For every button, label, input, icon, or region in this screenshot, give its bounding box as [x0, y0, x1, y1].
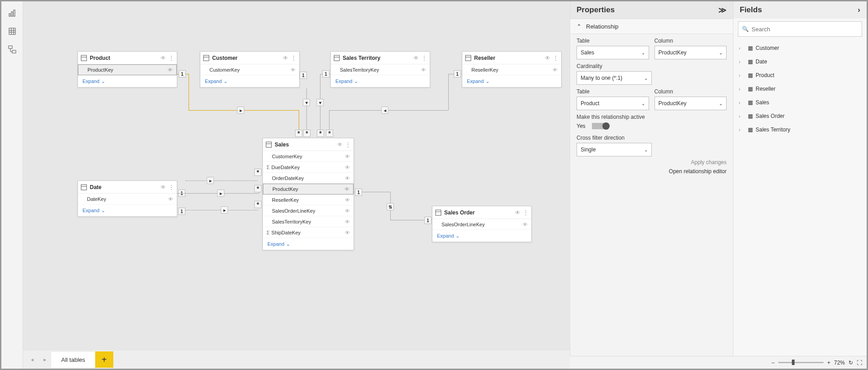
visibility-icon[interactable]: 👁 — [160, 184, 166, 190]
tab-next-button[interactable]: ▸ — [39, 353, 51, 366]
table-card-customer[interactable]: Customer 👁 ⋮ CustomerKey👁 Expand⌄ — [200, 51, 300, 88]
relationship-line[interactable] — [299, 110, 299, 131]
expand-button[interactable]: Expand⌄ — [432, 230, 531, 242]
select-table2[interactable]: Product⌄ — [577, 97, 649, 110]
tab-prev-button[interactable]: ◂ — [26, 353, 39, 366]
hidden-icon[interactable]: 👁 — [553, 67, 558, 73]
field-row[interactable]: DateKey👁 — [78, 194, 177, 204]
fit-page-icon[interactable]: ⛶ — [857, 360, 862, 366]
relationship-line[interactable] — [329, 110, 330, 131]
field-table-reseller[interactable]: ›▦Reseller — [736, 82, 864, 96]
table-card-product[interactable]: Product 👁 ⋮ ProductKey👁 Expand⌄ — [78, 51, 177, 88]
field-row[interactable]: OrderDateKey👁 — [263, 173, 354, 184]
hidden-icon[interactable]: 👁 — [344, 186, 349, 192]
visibility-icon[interactable]: 👁 — [413, 55, 419, 61]
view-data-icon[interactable] — [4, 23, 20, 39]
hidden-icon[interactable]: 👁 — [421, 67, 426, 73]
field-row[interactable]: SalesOrderLineKey👁 — [432, 219, 531, 230]
field-table-territory[interactable]: ›▦Sales Territory — [736, 123, 864, 136]
view-report-icon[interactable] — [4, 5, 20, 21]
apply-changes-link[interactable]: Apply changes — [577, 159, 727, 166]
filter-direction-icon: ◂ — [381, 107, 388, 114]
table-card-salesorder[interactable]: Sales Order 👁 ⋮ SalesOrderLineKey👁 Expan… — [432, 206, 532, 242]
hidden-icon[interactable]: 👁 — [291, 67, 296, 73]
table-card-date[interactable]: Date 👁 ⋮ DateKey👁 Expand⌄ — [78, 180, 177, 217]
visibility-icon[interactable]: 👁 — [515, 209, 520, 216]
visibility-icon[interactable]: 👁 — [337, 141, 343, 148]
expand-button[interactable]: Expand⌄ — [331, 75, 430, 87]
toggle-active[interactable] — [592, 123, 608, 129]
field-row[interactable]: SalesOrderLineKey👁 — [263, 205, 354, 216]
more-icon[interactable]: ⋮ — [291, 55, 296, 61]
field-row[interactable]: CustomerKey👁 — [200, 64, 299, 75]
select-column2[interactable]: ProductKey⌄ — [655, 97, 727, 110]
table-card-sales[interactable]: Sales 👁 ⋮ CustomerKey👁 ΣDueDateKey👁 Orde… — [262, 138, 354, 250]
expand-button[interactable]: Expand⌄ — [78, 75, 177, 87]
field-table-sales[interactable]: ›▦Sales — [736, 96, 864, 109]
hidden-icon[interactable]: 👁 — [345, 175, 350, 181]
zoom-in-button[interactable]: + — [827, 360, 830, 366]
relationship-line-inactive[interactable] — [185, 180, 258, 181]
filter-direction-icon: ▸ — [217, 190, 224, 197]
hidden-icon[interactable]: 👁 — [345, 165, 350, 170]
expand-button[interactable]: Expand⌄ — [78, 204, 177, 216]
zoom-slider[interactable] — [778, 362, 824, 363]
more-icon[interactable]: ⋮ — [553, 55, 558, 61]
add-tab-button[interactable]: + — [95, 351, 113, 368]
reset-zoom-icon[interactable]: ↻ — [849, 360, 853, 366]
relationship-line[interactable] — [448, 74, 449, 110]
expand-button[interactable]: Expand⌄ — [200, 75, 299, 87]
relationship-line[interactable] — [329, 110, 448, 111]
visibility-icon[interactable]: 👁 — [283, 55, 288, 61]
field-row[interactable]: CustomerKey👁 — [263, 151, 354, 162]
field-row[interactable]: ΣDueDateKey👁 — [263, 162, 354, 173]
field-row[interactable]: SalesTerritoryKey👁 — [263, 216, 354, 227]
field-table-date[interactable]: ›▦Date — [736, 55, 864, 68]
hidden-icon[interactable]: 👁 — [345, 154, 350, 159]
hidden-icon[interactable]: 👁 — [523, 222, 528, 227]
relationship-line[interactable] — [189, 74, 189, 110]
more-icon[interactable]: ⋮ — [169, 184, 174, 190]
collapse-pane-icon[interactable]: ≫ — [718, 5, 727, 15]
field-row[interactable]: ProductKey👁 — [263, 184, 354, 195]
table-card-reseller[interactable]: Reseller 👁 ⋮ ResellerKey👁 Expand⌄ — [462, 51, 562, 88]
field-row[interactable]: ResellerKey👁 — [462, 64, 561, 75]
more-icon[interactable]: ⋮ — [422, 55, 427, 61]
section-relationship[interactable]: ⌃ Relationship — [570, 19, 733, 34]
field-table-salesorder[interactable]: ›▦Sales Order — [736, 109, 864, 123]
expand-button[interactable]: Expand⌄ — [263, 238, 354, 250]
field-row[interactable]: ProductKey👁 — [78, 64, 177, 75]
select-column1[interactable]: ProductKey⌄ — [655, 46, 727, 59]
field-row[interactable]: ΣShipDateKey👁 — [263, 227, 354, 238]
more-icon[interactable]: ⋮ — [345, 141, 351, 148]
field-table-customer[interactable]: ›▦Customer — [736, 41, 864, 55]
tab-all-tables[interactable]: All tables — [51, 352, 95, 368]
search-input-wrapper[interactable]: 🔍 — [738, 21, 862, 37]
relationship-line[interactable] — [306, 88, 307, 131]
model-canvas[interactable]: Product 👁 ⋮ ProductKey👁 Expand⌄ Customer… — [23, 1, 570, 348]
visibility-icon[interactable]: 👁 — [545, 55, 550, 61]
field-row[interactable]: ResellerKey👁 — [263, 195, 354, 205]
open-editor-link[interactable]: Open relationship editor — [577, 168, 727, 175]
more-icon[interactable]: ⋮ — [523, 209, 529, 216]
select-cardinality[interactable]: Many to one (*:1)⌄ — [577, 71, 652, 85]
table-card-territory[interactable]: Sales Territory 👁 ⋮ SalesTerritoryKey👁 E… — [330, 51, 430, 88]
hidden-icon[interactable]: 👁 — [345, 208, 350, 214]
collapse-pane-icon[interactable]: › — [858, 5, 860, 15]
search-input[interactable] — [752, 26, 858, 33]
hidden-icon[interactable]: 👁 — [168, 67, 173, 73]
select-table1[interactable]: Sales⌄ — [577, 46, 649, 59]
hidden-icon[interactable]: 👁 — [345, 219, 350, 224]
hidden-icon[interactable]: 👁 — [168, 196, 173, 202]
view-model-icon[interactable] — [4, 41, 20, 58]
hidden-icon[interactable]: 👁 — [345, 230, 350, 235]
chevron-down-icon: ⌄ — [223, 78, 228, 84]
expand-button[interactable]: Expand⌄ — [462, 75, 561, 87]
zoom-out-button[interactable]: − — [771, 360, 775, 366]
field-table-product[interactable]: ›▦Product — [736, 68, 864, 82]
select-crossfilter[interactable]: Single⌄ — [577, 143, 652, 156]
visibility-icon[interactable]: 👁 — [160, 55, 166, 61]
field-row[interactable]: SalesTerritoryKey👁 — [331, 64, 430, 75]
more-icon[interactable]: ⋮ — [169, 55, 174, 61]
hidden-icon[interactable]: 👁 — [345, 197, 350, 203]
